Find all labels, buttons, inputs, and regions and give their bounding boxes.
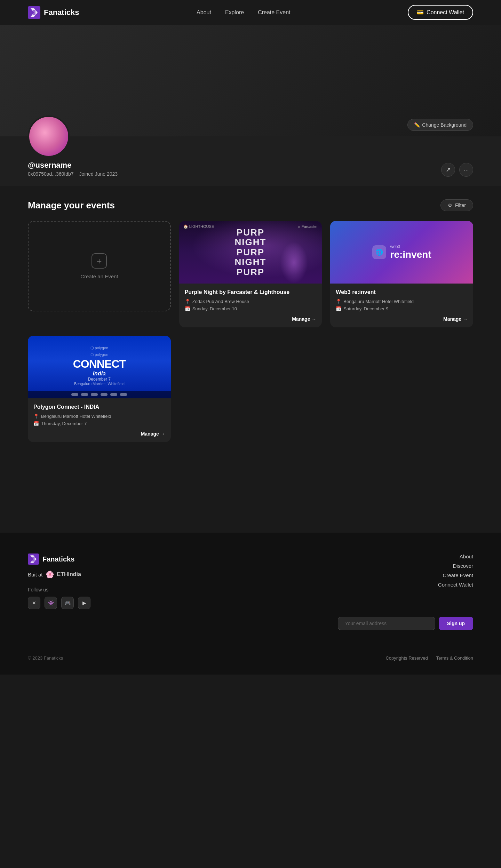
- footer-logo-icon: [28, 554, 39, 565]
- web3-logo: 🌐: [372, 245, 386, 259]
- spacer: [0, 463, 501, 533]
- location-icon-3: 📍: [33, 414, 39, 419]
- nav-explore[interactable]: Explore: [225, 9, 244, 16]
- polygon-image: ⬡ polygon ⬡ polygon CONNECT India Decemb…: [28, 336, 171, 398]
- polygon-logo-row: ⬡ polygon: [90, 346, 109, 350]
- svg-rect-2: [33, 10, 35, 15]
- wallet-icon: 💳: [417, 9, 424, 16]
- footer-brand: Fanaticks Buit at 🌸 ETHIndia Follow us ✕…: [28, 554, 90, 609]
- polygon-connect-india: India: [93, 371, 106, 377]
- twitter-icon: ✕: [32, 600, 36, 606]
- web3-title-label: re:invent: [390, 249, 431, 260]
- change-bg-label: Change Background: [422, 122, 467, 128]
- web3-card-title: Web3 re:invent: [336, 289, 468, 295]
- profile-section: @username 0x09750ad...360fdb7 Joined Jun…: [0, 136, 501, 185]
- profile-actions: ↗ ···: [441, 163, 473, 177]
- change-background-button[interactable]: ✏️ Change Background: [407, 119, 473, 131]
- footer-logo: Fanaticks: [28, 554, 90, 565]
- events-section: Manage your events ⚙ Filter ＋ Create an …: [0, 185, 501, 463]
- polygon-date: Thursday, December 7: [41, 421, 87, 426]
- cards-grid: ＋ Create an Event 🏠 LIGHTHOUSE ∞ Farcast…: [28, 221, 473, 442]
- svg-rect-5: [32, 557, 34, 562]
- newsletter-input[interactable]: [338, 617, 435, 630]
- navbar-links: About Explore Create Event: [197, 9, 290, 16]
- web3-inner: 🌐 web3 re:invent: [372, 244, 431, 260]
- polygon-connect-card[interactable]: ⬡ polygon ⬡ polygon CONNECT India Decemb…: [28, 336, 171, 442]
- built-at: Buit at 🌸 ETHIndia: [28, 570, 90, 579]
- brand-name: Fanaticks: [44, 8, 79, 17]
- polygon-sponsors: [28, 391, 171, 398]
- footer-nav-connect-wallet[interactable]: Connect Wallet: [438, 582, 473, 588]
- footer-nav-about[interactable]: About: [460, 554, 473, 559]
- signup-label: Sign up: [447, 621, 465, 626]
- polygon-connect-title: CONNECT: [73, 358, 126, 371]
- web3-body: Web3 re:invent 📍 Bengaluru Marriott Hote…: [330, 284, 473, 327]
- sponsor-3: [91, 393, 98, 396]
- polygon-manage[interactable]: Manage →: [33, 431, 165, 437]
- web3-reinvent-card[interactable]: 🌐 web3 re:invent Web3 re:invent 📍 Bengal…: [330, 221, 473, 327]
- navbar-logo[interactable]: Fanaticks: [28, 6, 79, 19]
- cover-section: ✏️ Change Background: [0, 25, 501, 136]
- web3-manage[interactable]: Manage →: [336, 316, 468, 322]
- youtube-icon: ▶: [82, 600, 86, 606]
- discord-icon: 🎮: [65, 600, 71, 606]
- follow-us-label: Follow us: [28, 587, 90, 592]
- terms-link[interactable]: Terms & Condition: [436, 655, 473, 661]
- calendar-icon-3: 📅: [33, 421, 39, 426]
- footer-nav-create-event[interactable]: Create Event: [443, 572, 473, 578]
- purple-night-date: Sunday, December 10: [192, 306, 237, 311]
- create-event-label: Create an Event: [80, 273, 118, 279]
- avatar-wrap: [28, 116, 70, 157]
- events-header: Manage your events ⚙ Filter: [28, 199, 473, 211]
- connect-wallet-button[interactable]: 💳 Connect Wallet: [408, 5, 473, 20]
- purple-night-date-row: 📅 Sunday, December 10: [185, 306, 317, 311]
- newsletter-form: Sign up: [338, 617, 473, 630]
- footer-nav-discover[interactable]: Discover: [453, 563, 473, 569]
- username: @username: [28, 161, 118, 170]
- polygon-body: Polygon Connect - INDIA 📍 Bengaluru Marr…: [28, 398, 171, 442]
- share-icon: ↗: [446, 166, 451, 174]
- nav-about[interactable]: About: [197, 9, 211, 16]
- polygon-logo-label: ⬡ polygon: [90, 346, 109, 350]
- web3-meta: 📍 Bengaluru Marriott Hotel Whitefield 📅 …: [336, 299, 468, 311]
- purple-night-title: PURPNIGHTPURPNIGHTPURP: [235, 228, 267, 277]
- purple-night-card[interactable]: 🏠 LIGHTHOUSE ∞ Farcaster PURPNIGHTPURPNI…: [179, 221, 322, 327]
- reddit-button[interactable]: 👾: [45, 597, 57, 609]
- footer-bottom-links: Copyrights Reserved Terms & Condition: [385, 655, 473, 661]
- purple-night-image: 🏠 LIGHTHOUSE ∞ Farcaster PURPNIGHTPURPNI…: [179, 221, 322, 284]
- share-button[interactable]: ↗: [441, 163, 455, 177]
- follow-us: Follow us ✕ 👾 🎮 ▶: [28, 587, 90, 609]
- wallet-info: 0x09750ad...360fdb7 Joined June 2023: [28, 171, 118, 177]
- nav-create-event[interactable]: Create Event: [258, 9, 290, 16]
- footer-brand-name: Fanaticks: [42, 555, 74, 563]
- eth-india-icon: 🌸: [46, 570, 54, 579]
- footer-bottom: © 2023 Fanaticks Copyrights Reserved Ter…: [28, 647, 473, 661]
- add-icon: ＋: [92, 253, 107, 269]
- twitter-button[interactable]: ✕: [28, 597, 40, 609]
- reddit-icon: 👾: [48, 600, 54, 606]
- events-title: Manage your events: [28, 200, 115, 211]
- create-event-card[interactable]: ＋ Create an Event: [28, 221, 171, 311]
- signup-button[interactable]: Sign up: [439, 617, 473, 630]
- web3-sub-label: web3: [390, 244, 431, 249]
- youtube-button[interactable]: ▶: [78, 597, 90, 609]
- purple-night-meta: 📍 Zodak Pub And Brew House 📅 Sunday, Dec…: [185, 299, 317, 311]
- pencil-icon: ✏️: [414, 122, 420, 128]
- sponsor-1: [71, 393, 78, 396]
- purple-night-venue: Zodak Pub And Brew House: [192, 299, 249, 304]
- web3-text: web3 re:invent: [390, 244, 431, 260]
- polygon-connect-sub: ⬡ polygon: [90, 352, 109, 357]
- web3-date-row: 📅 Saturday, December 9: [336, 306, 468, 311]
- calendar-icon: 📅: [185, 306, 190, 311]
- filter-button[interactable]: ⚙ Filter: [440, 199, 473, 211]
- location-icon-2: 📍: [336, 299, 341, 304]
- purple-night-card-title: Purple Night by Farcaster & Lighthouse: [185, 289, 317, 295]
- joined-date: Joined June 2023: [79, 171, 118, 177]
- navbar: Fanaticks About Explore Create Event 💳 C…: [0, 0, 501, 25]
- purple-night-venue-row: 📍 Zodak Pub And Brew House: [185, 299, 317, 304]
- footer-newsletter: Sign up: [338, 596, 473, 630]
- purple-night-manage[interactable]: Manage →: [185, 316, 317, 322]
- copyrights-reserved-link[interactable]: Copyrights Reserved: [385, 655, 428, 661]
- more-options-button[interactable]: ···: [459, 163, 473, 177]
- discord-button[interactable]: 🎮: [61, 597, 74, 609]
